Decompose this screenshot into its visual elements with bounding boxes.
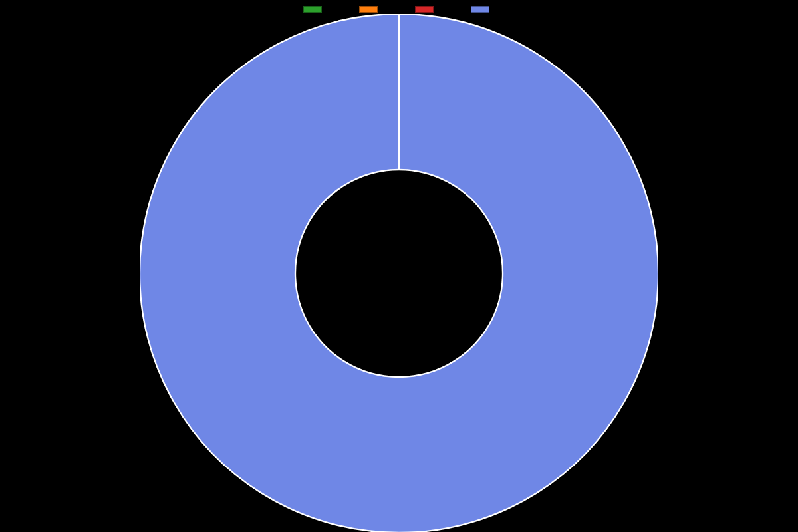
- legend-label-2: [438, 5, 439, 13]
- legend-item-2: [415, 5, 439, 13]
- legend-item-0: [303, 5, 327, 13]
- legend-swatch-3: [471, 6, 489, 13]
- legend-item-3: [471, 5, 495, 13]
- legend-item-1: [359, 5, 383, 13]
- chart-container: [0, 0, 798, 532]
- legend-swatch-0: [303, 6, 322, 13]
- legend-swatch-2: [415, 6, 434, 13]
- legend-swatch-1: [359, 6, 378, 13]
- donut-chart: [140, 14, 658, 532]
- legend-label-1: [382, 5, 383, 13]
- legend: [0, 5, 798, 13]
- legend-label-3: [493, 5, 495, 13]
- legend-label-0: [326, 5, 327, 13]
- donut-wrap: [0, 15, 798, 532]
